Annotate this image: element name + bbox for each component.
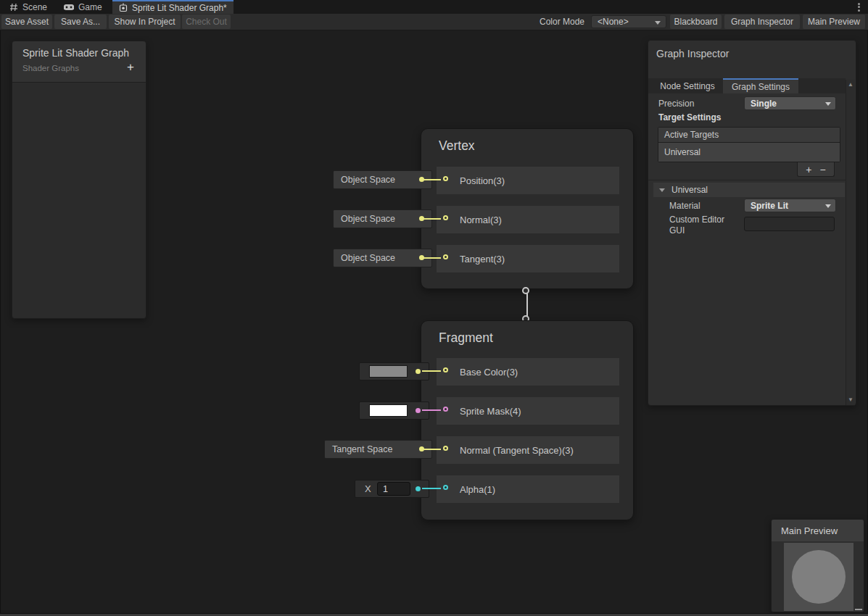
fragment-node-title: Fragment xyxy=(439,330,493,346)
wire xyxy=(422,218,441,220)
custom-editor-gui-input[interactable] xyxy=(744,217,835,231)
more-menu-icon[interactable] xyxy=(854,1,863,12)
vertex-port-position: Position(3) xyxy=(437,167,619,194)
add-property-button[interactable]: + xyxy=(123,60,138,75)
fragment-port-base-color: Base Color(3) xyxy=(437,358,619,386)
port-connector-dot[interactable] xyxy=(416,486,421,491)
vertex-node-title: Vertex xyxy=(439,138,475,154)
alpha-port-icon[interactable] xyxy=(443,485,448,490)
fragment-node[interactable]: Fragment Base Color(3) Sprite Mask(4) No… xyxy=(421,320,634,520)
inspector-scrollbar[interactable]: ▲ ▼ xyxy=(846,80,855,405)
base-color-field[interactable] xyxy=(359,362,429,380)
show-in-project-button[interactable]: Show In Project xyxy=(109,14,181,29)
resize-handle[interactable] xyxy=(855,608,862,610)
button-label: Save As... xyxy=(61,17,100,27)
position-space-dropdown[interactable]: Object Space xyxy=(333,170,432,189)
wire xyxy=(422,409,441,411)
remove-target-button[interactable]: − xyxy=(820,164,826,175)
universal-foldout[interactable]: Universal xyxy=(653,183,845,197)
gamepad-icon xyxy=(64,4,74,11)
fragment-port-alpha: Alpha(1) xyxy=(437,475,619,503)
scroll-down-icon[interactable]: ▼ xyxy=(848,397,853,403)
color-swatch[interactable] xyxy=(369,404,408,417)
inspector-title: Graph Inspector xyxy=(656,48,729,59)
main-preview-title: Main Preview xyxy=(781,525,838,536)
tab-sprite-lit-shader-graph[interactable]: Sprite Lit Shader Graph* xyxy=(112,0,233,14)
foldout-label: Universal xyxy=(671,185,708,195)
blackboard-toggle-button[interactable]: Blackboard xyxy=(670,14,722,29)
save-asset-button[interactable]: Save Asset xyxy=(1,14,52,29)
sprite-mask-port-icon[interactable] xyxy=(443,407,448,412)
dropdown-value: Object Space xyxy=(341,253,395,263)
main-preview-panel[interactable]: Main Preview xyxy=(771,519,864,612)
normal-space-dropdown[interactable]: Object Space xyxy=(333,209,432,228)
x-component-label: X xyxy=(365,483,371,494)
add-target-button[interactable]: + xyxy=(806,164,811,175)
dropdown-value: Sprite Lit xyxy=(751,201,788,211)
tab-label: Node Settings xyxy=(660,81,714,91)
chevron-down-icon xyxy=(825,102,831,106)
blackboard-title: Sprite Lit Shader Graph xyxy=(22,47,129,59)
dropdown-value: Single xyxy=(751,99,777,109)
button-label: Show In Project xyxy=(114,17,175,27)
tab-label: Sprite Lit Shader Graph* xyxy=(132,3,227,13)
tab-graph-settings[interactable]: Graph Settings xyxy=(723,78,798,93)
main-preview-toggle-button[interactable]: Main Preview xyxy=(803,14,865,29)
active-targets-header: Active Targets xyxy=(658,128,840,143)
normal-tangent-space-dropdown[interactable]: Tangent Space xyxy=(324,440,432,459)
port-label: Base Color(3) xyxy=(460,358,518,386)
chevron-down-icon xyxy=(825,204,831,208)
tangent-port-icon[interactable] xyxy=(443,254,448,259)
scroll-up-icon[interactable]: ▲ xyxy=(848,82,853,88)
wire xyxy=(422,488,441,489)
port-label: Sprite Mask(4) xyxy=(460,397,521,425)
material-label: Material xyxy=(669,201,700,211)
port-label: Tangent(3) xyxy=(460,245,505,272)
graph-inspector-toggle-button[interactable]: Graph Inspector xyxy=(724,14,800,29)
active-target-item[interactable]: Universal xyxy=(658,143,840,162)
window-tab-bar: Scene Game Sprite Lit Shader Graph* xyxy=(0,0,868,14)
edge-ring-top[interactable] xyxy=(522,287,529,294)
material-dropdown[interactable]: Sprite Lit xyxy=(744,199,836,212)
graph-inspector-panel[interactable]: Graph Inspector Node Settings Graph Sett… xyxy=(648,40,856,406)
grid-icon xyxy=(9,3,18,12)
fragment-port-sprite-mask: Sprite Mask(4) xyxy=(437,397,619,425)
save-as-button[interactable]: Save As... xyxy=(54,14,107,29)
foldout-triangle-icon xyxy=(659,188,665,192)
button-label: Main Preview xyxy=(808,17,860,27)
vertex-node[interactable]: Vertex Position(3) Normal(3) Tangent(3) xyxy=(421,128,634,289)
graph-toolbar: Save Asset Save As... Show In Project Ch… xyxy=(0,14,868,30)
blackboard-subtitle: Shader Graphs xyxy=(22,64,79,72)
blackboard-panel[interactable]: Sprite Lit Shader Graph Shader Graphs + xyxy=(12,41,146,319)
tangent-space-dropdown[interactable]: Object Space xyxy=(333,249,432,267)
preview-sphere xyxy=(792,550,846,604)
custom-editor-gui-label: Custom Editor GUI xyxy=(669,215,738,236)
color-swatch[interactable] xyxy=(369,365,408,378)
port-connector-dot[interactable] xyxy=(416,408,421,413)
tab-scene[interactable]: Scene xyxy=(3,0,54,14)
precision-dropdown[interactable]: Single xyxy=(744,96,836,110)
active-targets-list: Active Targets Universal xyxy=(658,127,840,162)
sprite-mask-color-field[interactable] xyxy=(359,401,429,420)
normal-ts-port-icon[interactable] xyxy=(443,446,448,451)
color-mode-dropdown[interactable]: <None> xyxy=(591,15,666,28)
position-port-icon[interactable] xyxy=(443,176,448,181)
color-mode-label: Color Mode xyxy=(540,14,584,29)
shader-graph-window: Scene Game Sprite Lit Shader Graph* Save… xyxy=(0,0,868,616)
label-line: Custom Editor xyxy=(669,215,724,225)
port-connector-dot[interactable] xyxy=(416,369,421,374)
normal-port-icon[interactable] xyxy=(443,215,448,220)
dropdown-value: Object Space xyxy=(341,214,395,224)
tab-game[interactable]: Game xyxy=(57,0,109,14)
base-color-port-icon[interactable] xyxy=(443,367,448,372)
dropdown-value: <None> xyxy=(598,17,629,27)
button-label: Check Out xyxy=(186,17,227,27)
wire xyxy=(422,449,441,450)
tab-node-settings[interactable]: Node Settings xyxy=(652,78,723,93)
wire xyxy=(422,370,441,372)
blackboard-header: Sprite Lit Shader Graph Shader Graphs + xyxy=(12,41,146,83)
fragment-port-normal-ts: Normal (Tangent Space)(3) xyxy=(437,436,619,464)
vertex-port-tangent: Tangent(3) xyxy=(437,245,619,272)
alpha-value-input[interactable] xyxy=(377,482,410,496)
button-label: Blackboard xyxy=(674,17,717,27)
